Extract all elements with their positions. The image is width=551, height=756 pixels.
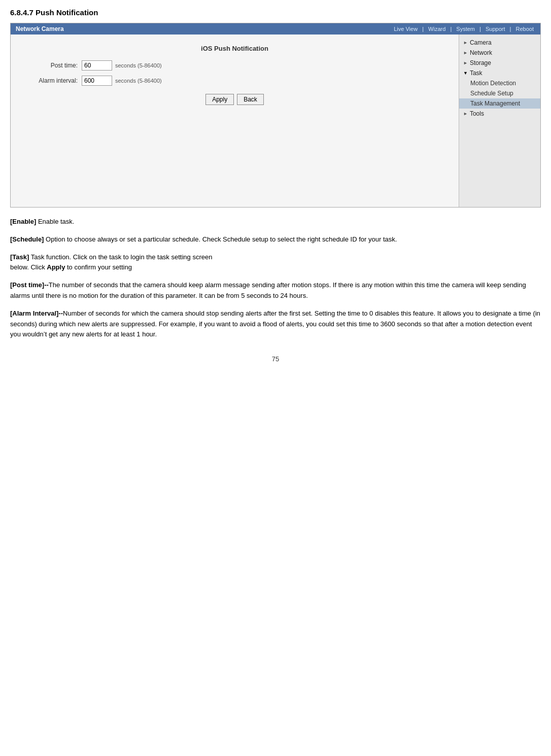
nav-sep2: |	[450, 26, 452, 32]
label-task: [Task]	[10, 253, 29, 261]
camera-brand: Network Camera	[16, 25, 64, 32]
form-row-post-time: Post time: seconds (5-86400)	[26, 60, 443, 71]
ios-push-title: iOS Push Notification	[26, 45, 443, 52]
label-alarm-interval: [Alarm Interval]--	[10, 310, 63, 317]
arrow-icon-storage: ►	[463, 60, 468, 65]
camera-ui-body: iOS Push Notification Post time: seconds…	[11, 35, 540, 207]
sidebar-sub-schedule-setup[interactable]: Schedule Setup	[459, 88, 540, 98]
camera-main-content: iOS Push Notification Post time: seconds…	[11, 35, 459, 207]
arrow-icon-camera: ►	[463, 40, 468, 45]
apply-button[interactable]: Apply	[205, 94, 234, 105]
sidebar-sub-motion-detection[interactable]: Motion Detection	[459, 78, 540, 88]
back-button[interactable]: Back	[237, 94, 264, 105]
alarm-interval-label: Alarm interval:	[26, 77, 82, 84]
label-schedule: [Schedule]	[10, 235, 44, 243]
text-post-time: The number of seconds that the camera sh…	[10, 281, 526, 299]
sidebar-label-storage: Storage	[470, 59, 491, 66]
post-time-unit: seconds (5-86400)	[115, 62, 162, 68]
page-container: 6.8.4.7 Push Notification Network Camera…	[0, 0, 551, 371]
nav-wizard[interactable]: Wizard	[428, 26, 445, 32]
form-buttons: Apply Back	[26, 94, 443, 105]
section-title: 6.8.4.7 Push Notification	[10, 8, 541, 17]
text-enable: Enable task.	[38, 218, 75, 225]
form-row-alarm-interval: Alarm interval: seconds (5-86400)	[26, 76, 443, 86]
arrow-icon-tools: ►	[463, 111, 468, 116]
sidebar-item-network[interactable]: ► Network	[459, 48, 540, 58]
page-number: 75	[10, 355, 541, 363]
arrow-icon-network: ►	[463, 50, 468, 55]
post-time-label: Post time:	[26, 62, 82, 69]
nav-live-view[interactable]: Live View	[394, 26, 418, 32]
sidebar-item-storage[interactable]: ► Storage	[459, 58, 540, 68]
label-enable: [Enable]	[10, 218, 36, 225]
desc-post-time: [Post time]--The number of seconds that …	[10, 280, 541, 301]
sidebar-sub-task-management[interactable]: Task Management	[459, 98, 540, 109]
camera-sidebar: ► Camera ► Network ► Storage ▼ Task	[459, 35, 540, 207]
nav-sep1: |	[422, 26, 424, 32]
nav-sep4: |	[510, 26, 511, 32]
desc-schedule: [Schedule] Option to choose always or se…	[10, 234, 541, 245]
desc-alarm-interval: [Alarm Interval]--Number of seconds for …	[10, 308, 541, 340]
text-task-apply: Apply	[47, 263, 65, 271]
sidebar-label-network: Network	[470, 49, 492, 56]
camera-nav: Live View | Wizard | System | Support | …	[392, 26, 535, 32]
sidebar-label-task: Task	[470, 70, 483, 77]
sidebar-item-camera[interactable]: ► Camera	[459, 38, 540, 48]
post-time-input[interactable]	[82, 60, 112, 71]
desc-task: [Task] Task function. Click on the task …	[10, 252, 541, 273]
arrow-icon-task: ▼	[463, 71, 468, 76]
camera-ui: Network Camera Live View | Wizard | Syst…	[10, 23, 541, 208]
nav-support[interactable]: Support	[486, 26, 505, 32]
sidebar-label-camera: Camera	[470, 39, 492, 46]
nav-system[interactable]: System	[456, 26, 475, 32]
label-post-time: [Post time]--	[10, 281, 49, 289]
camera-ui-header: Network Camera Live View | Wizard | Syst…	[11, 23, 540, 35]
nav-reboot[interactable]: Reboot	[516, 26, 534, 32]
nav-sep3: |	[479, 26, 481, 32]
desc-enable: [Enable] Enable task.	[10, 217, 541, 227]
text-schedule: Option to choose always or set a particu…	[46, 235, 397, 243]
text-task-confirm: to confirm your setting	[65, 263, 132, 271]
alarm-interval-input[interactable]	[82, 76, 112, 86]
alarm-interval-unit: seconds (5-86400)	[115, 78, 162, 84]
sidebar-item-task[interactable]: ▼ Task	[459, 68, 540, 78]
text-alarm-interval: Number of seconds for which the camera s…	[10, 310, 540, 338]
sidebar-label-tools: Tools	[470, 110, 484, 117]
sidebar-item-tools[interactable]: ► Tools	[459, 109, 540, 119]
